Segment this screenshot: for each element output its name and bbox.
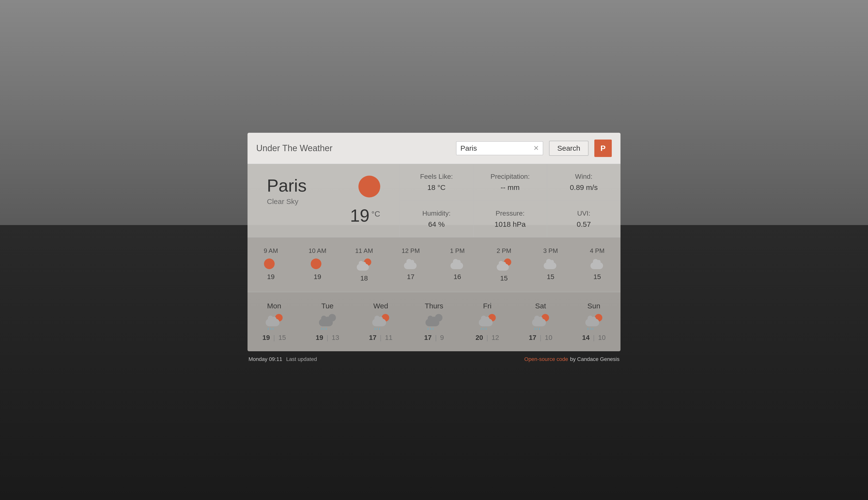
hour-temp: 15 <box>593 273 601 281</box>
hour-item: 11 AM18 <box>341 244 387 285</box>
search-input[interactable] <box>460 144 531 152</box>
day-label: Mon <box>267 302 281 310</box>
rain-sun-icon <box>266 314 282 330</box>
wind-cell: Wind: 0.89 m/s <box>547 164 621 201</box>
temperature-display: 19 °C <box>350 206 380 226</box>
day-item: Thurs17 | 9 <box>407 299 461 344</box>
rain-sun-icon <box>479 314 496 330</box>
footer-right: Open-source code by Candace Genesis <box>524 356 620 362</box>
hour-temp: 17 <box>407 273 414 281</box>
hour-label: 3 PM <box>543 247 558 254</box>
hour-label: 4 PM <box>590 247 604 254</box>
day-temps: 14 | 10 <box>582 334 605 342</box>
cloud-icon <box>404 259 418 269</box>
temperature-value: 19 <box>350 206 370 226</box>
day-temps: 19 | 15 <box>262 334 286 342</box>
sun-cloud-icon <box>357 259 371 271</box>
clear-icon[interactable]: ✕ <box>533 145 539 152</box>
day-temps: 19 | 13 <box>315 334 339 342</box>
hour-temp: 16 <box>454 273 461 281</box>
hour-label: 12 PM <box>402 247 420 254</box>
hour-temp: 15 <box>500 274 508 282</box>
app-title: Under The Weather <box>256 143 450 154</box>
pressure-label: Pressure: <box>496 209 524 217</box>
footer-datetime: Monday 09:11 <box>248 356 282 362</box>
humidity-label: Humidity: <box>423 209 451 217</box>
hour-item: 12 PM17 <box>387 244 434 285</box>
sun-icon-large <box>358 175 380 197</box>
hour-temp: 19 <box>314 273 321 281</box>
day-label: Thurs <box>425 302 443 310</box>
hour-temp: 19 <box>267 273 275 281</box>
hour-item: 4 PM15 <box>574 244 621 285</box>
day-item: Tue19 | 13 <box>301 299 354 344</box>
footer: Monday 09:11 Last updated Open-source co… <box>247 351 621 367</box>
hour-item: 3 PM15 <box>527 244 574 285</box>
hour-item: 9 AM19 <box>247 244 294 285</box>
day-label: Fri <box>483 302 491 310</box>
uvi-cell: UVI: 0.57 <box>547 201 621 237</box>
rain-sun-icon <box>532 314 549 330</box>
rain-dark-icon <box>319 314 336 330</box>
precipitation-cell: Precipitation: -- mm <box>473 164 547 201</box>
precipitation-value: -- mm <box>501 183 520 192</box>
hour-temp: 18 <box>360 274 368 282</box>
hour-label: 1 PM <box>450 247 465 254</box>
humidity-cell: Humidity: 64 % <box>400 201 473 237</box>
cloud-icon <box>544 259 557 269</box>
hour-temp: 15 <box>547 273 554 281</box>
weather-stats: Feels Like: 18 °C Precipitation: -- mm W… <box>400 164 621 237</box>
sun-cloud-icon <box>497 259 511 271</box>
day-temps: 20 | 12 <box>475 334 499 342</box>
feels-like-cell: Feels Like: 18 °C <box>400 164 473 201</box>
cloud-icon <box>450 259 464 269</box>
app-container: Under The Weather ✕ Search P Paris Clear… <box>247 133 621 367</box>
wind-label: Wind: <box>575 173 593 181</box>
footer-author: by Candace Genesis <box>570 356 620 362</box>
footer-left: Monday 09:11 Last updated <box>248 356 317 362</box>
uvi-value: 0.57 <box>577 220 591 228</box>
pressure-value: 1018 hPa <box>495 220 525 228</box>
hour-label: 10 AM <box>309 247 326 254</box>
day-item: Mon19 | 15 <box>247 299 301 344</box>
weather-description: Clear Sky <box>267 197 298 206</box>
rain-cloud-icon <box>586 314 602 330</box>
hour-label: 9 AM <box>264 247 278 254</box>
day-label: Wed <box>373 302 388 310</box>
uvi-label: UVI: <box>577 209 590 217</box>
temperature-unit: °C <box>371 209 380 218</box>
rain-sun-icon <box>372 314 389 330</box>
hour-item: 1 PM16 <box>434 244 481 285</box>
weekly-forecast: Mon19 | 15Tue19 | 13Wed17 | 11Thurs17 | … <box>247 292 621 351</box>
open-source-link[interactable]: Open-source code <box>524 356 568 362</box>
weather-main: Paris Clear Sky 19 °C <box>247 164 400 237</box>
precipitation-label: Precipitation: <box>490 173 530 181</box>
wind-value: 0.89 m/s <box>570 183 598 192</box>
day-item: Sun14 | 10 <box>567 299 621 344</box>
user-button[interactable]: P <box>594 139 612 157</box>
hourly-forecast: 9 AM1910 AM1911 AM1812 PM171 PM162 PM153… <box>247 237 621 292</box>
sun-icon <box>311 259 324 269</box>
day-item: Sat17 | 10 <box>514 299 567 344</box>
hour-item: 10 AM19 <box>294 244 341 285</box>
search-button[interactable]: Search <box>549 141 589 156</box>
humidity-value: 64 % <box>428 220 445 228</box>
search-wrapper: ✕ <box>456 141 543 155</box>
cloud-icon <box>590 259 604 269</box>
feels-like-label: Feels Like: <box>420 173 453 181</box>
day-label: Tue <box>321 302 334 310</box>
pressure-cell: Pressure: 1018 hPa <box>473 201 547 237</box>
hour-item: 2 PM15 <box>481 244 528 285</box>
feels-like-value: 18 °C <box>427 183 445 192</box>
footer-updated: Last updated <box>286 356 317 362</box>
sun-icon <box>264 259 278 269</box>
current-weather-panel: Paris Clear Sky 19 °C Feels Like: 18 °C … <box>247 164 621 237</box>
day-temps: 17 | 10 <box>529 334 552 342</box>
day-temps: 17 | 9 <box>424 334 444 342</box>
city-name: Paris <box>267 175 306 195</box>
day-label: Sat <box>535 302 546 310</box>
hour-label: 2 PM <box>497 247 511 254</box>
hour-label: 11 AM <box>355 247 373 254</box>
header: Under The Weather ✕ Search P <box>247 133 621 164</box>
day-item: Fri20 | 12 <box>461 299 514 344</box>
